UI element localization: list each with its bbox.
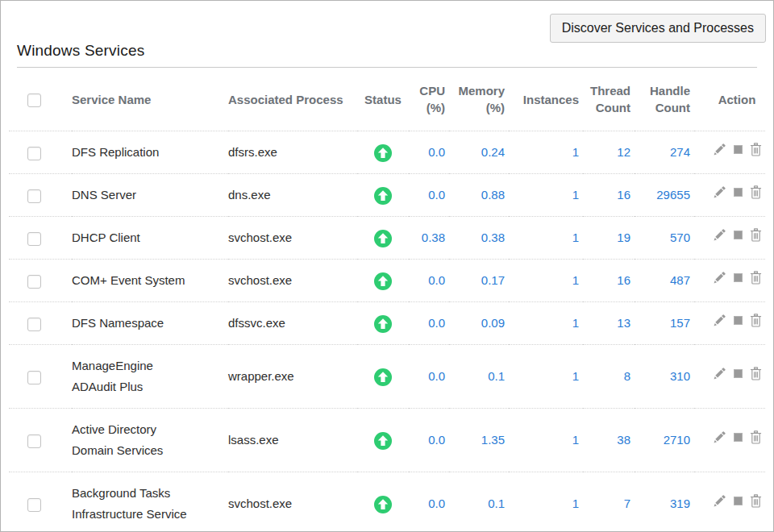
status-up-icon [374, 315, 392, 333]
memory-value: 0.09 [449, 302, 509, 345]
cpu-value: 0.0 [409, 131, 449, 174]
action-cell [694, 260, 765, 302]
service-name: Active Directory Domain Services [72, 422, 163, 457]
column-header-associated-process[interactable]: Associated Process [228, 68, 357, 131]
edit-pencil-icon[interactable] [713, 228, 726, 242]
action-icons [713, 228, 762, 242]
row-checkbox[interactable] [27, 434, 41, 448]
associated-process: dfsrs.exe [228, 131, 357, 174]
delete-trash-icon[interactable] [750, 271, 762, 285]
select-all-cell [9, 68, 72, 131]
action-cell [694, 302, 765, 345]
delete-trash-icon[interactable] [750, 430, 762, 444]
delete-trash-icon[interactable] [750, 494, 762, 508]
status-cell [357, 302, 409, 345]
column-header-service-name[interactable]: Service Name [72, 68, 228, 131]
edit-pencil-icon[interactable] [713, 367, 726, 380]
instances-value: 1 [509, 131, 583, 174]
edit-pencil-icon[interactable] [713, 271, 726, 285]
table-row: DHCP Client svchost.exe 0.38 0.38 1 19 5… [9, 217, 765, 260]
row-checkbox-cell [9, 260, 72, 302]
thread-count-value: 13 [583, 302, 635, 345]
column-header-thread-count[interactable]: Thread Count [583, 68, 635, 131]
status-cell [357, 345, 409, 409]
cpu-value: 0.0 [409, 409, 449, 472]
services-table-body: DFS Replication dfsrs.exe 0.0 0.24 1 12 … [9, 131, 765, 532]
row-checkbox[interactable] [27, 232, 41, 246]
row-checkbox[interactable] [27, 275, 41, 289]
edit-pencil-icon[interactable] [713, 494, 726, 508]
edit-pencil-icon[interactable] [713, 185, 726, 199]
stop-square-icon[interactable] [734, 497, 743, 505]
status-cell [357, 131, 409, 174]
title-block: Windows Services [17, 42, 757, 68]
action-icons [713, 314, 762, 327]
delete-trash-icon[interactable] [750, 143, 762, 156]
associated-process: svchost.exe [228, 472, 357, 532]
table-row: ManageEngine ADAudit Plus wrapper.exe 0.… [9, 345, 765, 409]
thread-count-value: 16 [583, 174, 635, 217]
status-up-icon [374, 496, 392, 513]
stop-square-icon[interactable] [734, 369, 743, 378]
column-header-instances[interactable]: Instances [509, 68, 583, 131]
row-checkbox[interactable] [27, 371, 41, 384]
handle-count-value: 29655 [635, 174, 694, 217]
thread-count-value: 8 [583, 345, 635, 409]
edit-pencil-icon[interactable] [713, 314, 726, 327]
row-checkbox-cell [9, 472, 72, 532]
stop-square-icon[interactable] [734, 316, 743, 325]
delete-trash-icon[interactable] [750, 185, 762, 199]
status-up-icon [374, 368, 392, 386]
column-header-memory[interactable]: Memory (%) [449, 68, 509, 131]
delete-trash-icon[interactable] [750, 367, 762, 380]
service-name: DFS Replication [72, 145, 159, 159]
edit-pencil-icon[interactable] [713, 143, 726, 156]
thread-count-value: 16 [583, 260, 635, 302]
row-checkbox[interactable] [27, 498, 41, 512]
delete-trash-icon[interactable] [750, 314, 762, 327]
stop-square-icon[interactable] [734, 188, 743, 197]
edit-pencil-icon[interactable] [713, 430, 726, 444]
row-checkbox-cell [9, 409, 72, 472]
table-row: Background Tasks Infrastructure Service … [9, 472, 765, 532]
table-row: DNS Server dns.exe 0.0 0.88 1 16 29655 [9, 174, 765, 217]
row-checkbox[interactable] [27, 189, 41, 203]
row-checkbox-cell [9, 174, 72, 217]
action-cell [694, 174, 765, 217]
table-row: DFS Replication dfsrs.exe 0.0 0.24 1 12 … [9, 131, 765, 174]
handle-count-value: 487 [635, 260, 694, 302]
stop-square-icon[interactable] [734, 145, 743, 154]
column-header-action: Action [694, 68, 765, 131]
row-checkbox-cell [9, 302, 72, 345]
instances-value: 1 [509, 472, 583, 532]
status-cell [357, 174, 409, 217]
cpu-value: 0.0 [409, 472, 449, 532]
instances-value: 1 [509, 302, 583, 345]
column-header-handle-count[interactable]: Handle Count [635, 68, 694, 131]
action-icons [713, 143, 762, 156]
column-header-cpu[interactable]: CPU (%) [409, 68, 449, 131]
column-header-status[interactable]: Status [357, 68, 409, 131]
row-checkbox[interactable] [27, 147, 41, 160]
table-row: DFS Namespace dfssvc.exe 0.0 0.09 1 13 1… [9, 302, 765, 345]
action-cell [694, 217, 765, 260]
select-all-checkbox[interactable] [27, 94, 41, 107]
thread-count-value: 7 [583, 472, 635, 532]
handle-count-value: 2710 [635, 409, 694, 472]
delete-trash-icon[interactable] [750, 228, 762, 242]
status-up-icon [374, 144, 392, 162]
action-icons [713, 367, 762, 380]
memory-value: 0.1 [449, 345, 509, 409]
memory-value: 0.88 [449, 174, 509, 217]
discover-services-button[interactable]: Discover Services and Processes [550, 14, 766, 43]
handle-count-value: 157 [635, 302, 694, 345]
associated-process: svchost.exe [228, 217, 357, 260]
status-cell [357, 260, 409, 302]
cpu-value: 0.0 [409, 260, 449, 302]
stop-square-icon[interactable] [734, 433, 743, 442]
row-checkbox[interactable] [27, 318, 41, 331]
stop-square-icon[interactable] [734, 273, 743, 282]
stop-square-icon[interactable] [734, 231, 743, 239]
row-checkbox-cell [9, 131, 72, 174]
handle-count-value: 274 [635, 131, 694, 174]
